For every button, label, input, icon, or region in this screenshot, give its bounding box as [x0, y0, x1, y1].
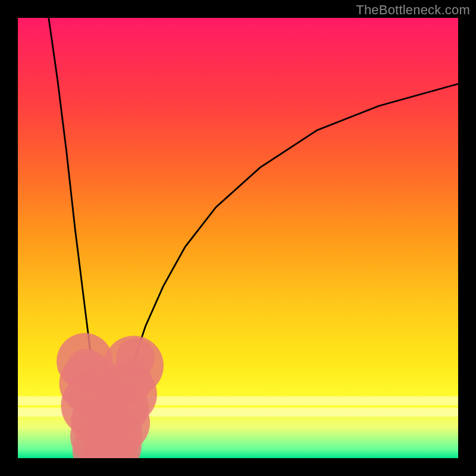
curve-right-branch	[106, 84, 458, 456]
chart-frame: TheBottleneck.com	[0, 0, 476, 476]
curves-svg	[18, 18, 458, 458]
valley-dot	[116, 339, 155, 377]
valley-dots	[57, 333, 164, 458]
watermark-text: TheBottleneck.com	[356, 2, 470, 18]
plot-area	[18, 18, 458, 458]
